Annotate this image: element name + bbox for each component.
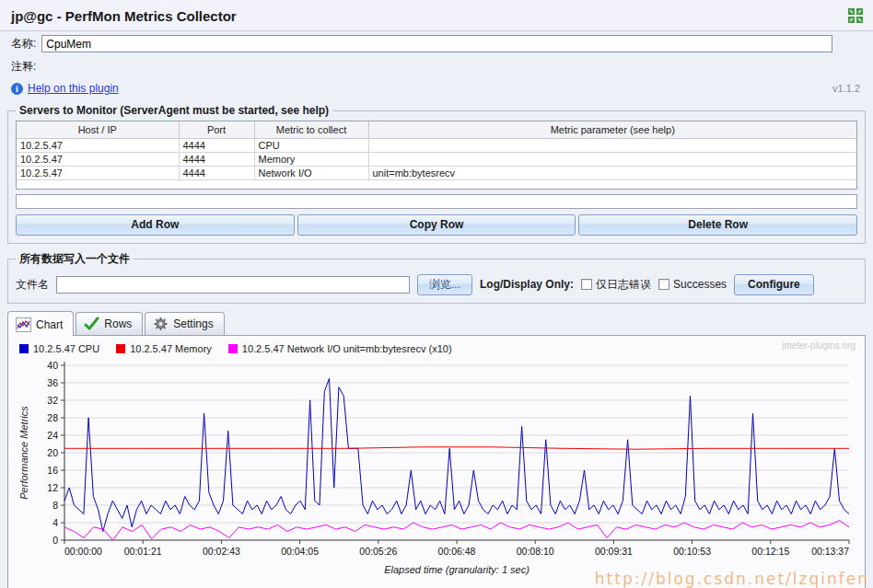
checkbox-icon [581, 279, 592, 290]
legend-swatch [116, 344, 125, 353]
browse-button[interactable]: 浏览... [417, 274, 472, 295]
svg-text:00:09:31: 00:09:31 [595, 546, 633, 557]
cell-param[interactable] [368, 138, 856, 152]
svg-text:0: 0 [52, 534, 58, 545]
info-icon: i [11, 83, 23, 95]
file-group: 所有数据写入一个文件 文件名 浏览... Log/Display Only: 仅… [7, 251, 866, 304]
svg-text:00:13:37: 00:13:37 [811, 546, 849, 557]
plugin-version: v1.1.2 [832, 83, 860, 94]
comments-row: 注释: [0, 54, 873, 76]
svg-text:00:05:26: 00:05:26 [359, 546, 397, 557]
table-header-row: Host / IP Port Metric to collect Metric … [17, 121, 856, 138]
svg-text:8: 8 [52, 499, 58, 510]
legend-item-memory: 10.2.5.47 Memory [116, 343, 212, 354]
name-row: 名称: [0, 31, 873, 54]
tab-rows[interactable]: Rows [76, 312, 143, 335]
configure-button[interactable]: Configure [734, 274, 814, 295]
svg-text:36: 36 [47, 376, 58, 387]
chart-icon [16, 317, 31, 332]
cell-metric[interactable]: CPU [254, 138, 368, 152]
checkbox-icon [658, 279, 669, 290]
errors-only-checkbox[interactable]: 仅日志错误 [581, 277, 651, 293]
svg-text:24: 24 [47, 429, 58, 440]
svg-text:00:04:05: 00:04:05 [281, 546, 319, 557]
cell-host[interactable]: 10.2.5.47 [17, 166, 179, 179]
file-row: 文件名 浏览... Log/Display Only: 仅日志错误 Succes… [16, 274, 857, 295]
help-link[interactable]: Help on this plugin [28, 82, 119, 95]
chart-legend: 10.2.5.47 CPU 10.2.5.47 Memory 10.2.5.47… [8, 336, 865, 354]
successes-label: Successes [673, 278, 727, 291]
tab-bar: Chart Rows [7, 311, 873, 335]
tab-settings[interactable]: Settings [145, 312, 224, 335]
filename-label: 文件名 [16, 277, 49, 293]
legend-item-cpu: 10.2.5.47 CPU [19, 343, 99, 354]
cell-param[interactable]: unit=mb:bytesrecv [368, 166, 856, 179]
svg-text:00:12:15: 00:12:15 [751, 546, 789, 557]
svg-text:00:10:53: 00:10:53 [673, 546, 711, 557]
page-title: jp@gc - PerfMon Metrics Collector [11, 8, 237, 24]
svg-text:28: 28 [47, 411, 58, 422]
performance-chart: 048121620242832364000:00:0000:01:2100:02… [15, 356, 856, 577]
cell-param[interactable] [368, 152, 856, 166]
table-row[interactable]: 10.2.5.47 4444 Memory [17, 152, 856, 166]
chart-panel: jmeter-plugins.org 10.2.5.47 CPU 10.2.5.… [7, 335, 866, 588]
svg-text:00:06:48: 00:06:48 [438, 546, 476, 557]
empty-row-strip [16, 194, 857, 209]
svg-text:00:02:43: 00:02:43 [203, 546, 240, 557]
add-row-button[interactable]: Add Row [16, 214, 295, 236]
delete-row-button[interactable]: Delete Row [578, 214, 857, 236]
successes-checkbox[interactable]: Successes [658, 278, 727, 291]
perfmon-plugin-window: jp@gc - PerfMon Metrics Collector 名称: 注释… [0, 0, 873, 588]
svg-text:40: 40 [47, 359, 58, 370]
table-row[interactable]: 10.2.5.47 4444 Network I/O unit=mb:bytes… [17, 166, 856, 179]
svg-text:00:01:21: 00:01:21 [124, 546, 162, 557]
cell-metric[interactable]: Memory [254, 152, 368, 166]
tab-rows-label: Rows [104, 317, 132, 330]
cell-port[interactable]: 4444 [179, 166, 254, 179]
cell-port[interactable]: 4444 [179, 152, 254, 166]
row-buttons: Add Row Copy Row Delete Row [16, 214, 857, 236]
col-header-port[interactable]: Port [179, 121, 254, 138]
svg-text:32: 32 [47, 394, 58, 405]
jmeter-plugins-watermark: jmeter-plugins.org [782, 340, 856, 351]
svg-text:Performance Metrics: Performance Metrics [18, 405, 29, 499]
comments-label: 注释: [11, 59, 36, 75]
col-header-metric[interactable]: Metric to collect [254, 121, 368, 138]
file-group-title: 所有数据写入一个文件 [16, 251, 134, 267]
svg-text:00:00:00: 00:00:00 [64, 546, 102, 557]
cell-metric[interactable]: Network I/O [254, 166, 368, 179]
legend-item-network: 10.2.5.47 Network I/O unit=mb:bytesrecv … [228, 343, 452, 354]
servers-group-title: Servers to Monitor (ServerAgent must be … [16, 104, 332, 117]
collapse-grid-icon[interactable] [847, 7, 864, 24]
header: jp@gc - PerfMon Metrics Collector [0, 0, 873, 31]
legend-label: 10.2.5.47 Memory [130, 343, 212, 354]
cell-host[interactable]: 10.2.5.47 [17, 152, 179, 166]
help-row: i Help on this plugin v1.1.2 [0, 76, 873, 97]
svg-text:Elapsed time (granularity: 1 s: Elapsed time (granularity: 1 sec) [384, 564, 530, 575]
col-header-host[interactable]: Host / IP [17, 121, 179, 138]
svg-text:4: 4 [52, 516, 58, 527]
table-row[interactable]: 10.2.5.47 4444 CPU [17, 138, 856, 152]
legend-swatch [228, 344, 238, 353]
name-field[interactable] [41, 35, 832, 52]
legend-label: 10.2.5.47 CPU [33, 343, 99, 354]
legend-swatch [19, 344, 29, 353]
gear-icon [153, 317, 169, 331]
servers-group: Servers to Monitor (ServerAgent must be … [7, 104, 866, 244]
legend-label: 10.2.5.47 Network I/O unit=mb:bytesrecv … [242, 343, 452, 354]
cell-port[interactable]: 4444 [179, 138, 254, 152]
svg-text:00:08:10: 00:08:10 [517, 546, 554, 557]
checkmark-icon [84, 317, 99, 331]
table-empty-area [17, 180, 856, 189]
copy-row-button[interactable]: Copy Row [297, 214, 576, 236]
svg-text:20: 20 [47, 446, 58, 457]
comments-field[interactable] [41, 58, 832, 75]
svg-text:12: 12 [47, 481, 58, 492]
col-header-param[interactable]: Metric parameter (see help) [368, 121, 856, 138]
svg-text:16: 16 [47, 464, 58, 475]
tab-chart[interactable]: Chart [7, 311, 74, 336]
filename-field[interactable] [56, 276, 410, 294]
errors-only-label: 仅日志错误 [596, 277, 651, 293]
tab-chart-label: Chart [36, 318, 63, 331]
cell-host[interactable]: 10.2.5.47 [17, 138, 179, 152]
